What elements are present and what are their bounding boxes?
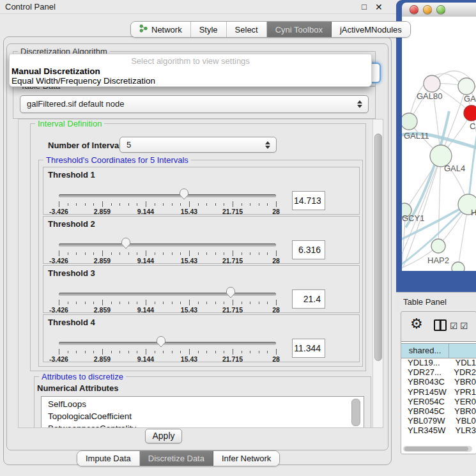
column-header-shared-name[interactable]: shared... <box>401 344 449 358</box>
close-panel-icon[interactable]: ✕ <box>375 2 383 12</box>
option-manual-discretization[interactable]: Manual Discretization <box>12 66 100 76</box>
scale-label: 9.144 <box>137 355 154 363</box>
scale-label: 15.43 <box>181 306 197 314</box>
threshold-panel-4: Threshold 4 -3.4262.8599.14415.4321.7152… <box>43 314 360 362</box>
table-toolbar: ⚙ ☑ ☑ <box>401 312 476 341</box>
cell-name: YBL0 <box>449 416 476 426</box>
table-row[interactable]: YBL079WYBL0 <box>401 416 476 426</box>
node-gal-cut[interactable] <box>458 78 475 95</box>
tab-network-label: Network <box>151 25 182 35</box>
scale-label: -3.426 <box>49 208 68 215</box>
tab-cyni-toolbox[interactable]: Cyni Toolbox <box>267 22 332 37</box>
slider-thumb-icon[interactable] <box>156 335 166 348</box>
threshold-1-slider[interactable]: -3.4262.8599.14415.4321.71528 <box>59 187 276 215</box>
table-row[interactable]: YIL052CYIL0 <box>401 436 476 438</box>
tab-style[interactable]: Style <box>191 22 227 37</box>
attribute-item[interactable]: SelfLoops <box>42 398 364 410</box>
node-red-selected[interactable] <box>464 105 476 121</box>
tab-infer-network[interactable]: Infer Network <box>213 451 279 466</box>
label-gal-cut: GA <box>464 94 476 104</box>
gear-icon[interactable]: ⚙ <box>410 316 423 332</box>
slider-thumb-icon[interactable] <box>226 286 236 298</box>
attribute-item[interactable]: BetweennessCentrality <box>42 422 364 428</box>
table-row[interactable]: YDR27...YDR2 <box>401 367 476 377</box>
threshold-4-label: Threshold 4 <box>48 318 95 327</box>
numerical-attributes-label: Numerical Attributes <box>37 383 118 393</box>
mac-minimize-icon[interactable] <box>423 5 432 14</box>
table-row[interactable]: YLR345WYLR3 <box>401 426 476 435</box>
checkbox-icon[interactable]: ☑ <box>460 321 468 331</box>
tab-select[interactable]: Select <box>227 22 267 37</box>
algorithm-dropdown-popup: Select algorithm to view settings Manual… <box>9 54 372 87</box>
attributes-group-label: Attributes to discretize <box>39 372 126 381</box>
table-data-group: Table Data galFiltered.sif default node <box>13 86 376 119</box>
cell-name: YPR1 <box>448 387 476 397</box>
network-window-titlebar[interactable] <box>402 3 476 17</box>
slider-scale-labels: -3.4262.8599.14415.4321.71528 <box>59 355 276 363</box>
cell-shared-name: YER054C <box>401 397 448 406</box>
tab-discretize-data[interactable]: Discretize Data <box>140 451 213 466</box>
table-data-value: galFiltered.sif default node <box>27 99 124 109</box>
split-panel-icon[interactable] <box>434 319 447 331</box>
cell-shared-name: YDL19... <box>401 358 449 367</box>
apply-button[interactable]: Apply <box>145 429 182 443</box>
option-equal-width-frequency[interactable]: Equal Width/Frequency Discretization <box>12 76 155 86</box>
settings-vertical-scrollbar[interactable] <box>372 119 383 427</box>
table-horizontal-scrollbar[interactable] <box>403 446 472 452</box>
mac-zoom-icon[interactable] <box>436 5 445 14</box>
table-hscrollbar-thumb[interactable] <box>404 447 468 451</box>
thresholds-group: Threshold's Coordinates for 5 Intervals … <box>38 160 363 367</box>
threshold-2-slider[interactable]: -3.4262.8599.14415.4321.71528 <box>59 236 276 264</box>
threshold-3-label: Threshold 3 <box>48 268 95 278</box>
scale-label: 9.144 <box>137 208 154 215</box>
table-panel-title: Table Panel <box>403 297 447 307</box>
table-row[interactable]: YDL19...YDL1 <box>401 358 476 367</box>
thresholds-group-label: Threshold's Coordinates for 5 Intervals <box>43 155 191 165</box>
slider-ticks <box>59 201 276 207</box>
table-data-combobox[interactable]: galFiltered.sif default node <box>20 95 369 113</box>
node-gal11[interactable] <box>402 113 417 130</box>
number-of-intervals-spinner[interactable]: 5 <box>119 137 277 153</box>
table-row[interactable]: YBR043CYBR0 <box>401 377 476 387</box>
label-gal11: GAL11 <box>404 131 429 141</box>
threshold-1-value-field[interactable] <box>292 191 325 210</box>
threshold-3-value-field[interactable] <box>292 289 325 309</box>
scale-label: -3.426 <box>49 257 68 265</box>
network-canvas[interactable]: GAL80 GA GAL11 C GAL4 GCY1 H HAP2 <box>402 17 476 271</box>
settings-scrollbar-thumb[interactable] <box>374 134 382 361</box>
float-window-icon[interactable]: □ <box>362 2 367 12</box>
column-header-name[interactable]: n <box>449 344 476 358</box>
threshold-4-value-field[interactable] <box>292 339 325 358</box>
node-gal80[interactable] <box>424 75 440 92</box>
node-hap2[interactable] <box>431 239 445 253</box>
slider-track <box>59 342 276 345</box>
checkbox-icon[interactable]: ☑ <box>450 321 458 331</box>
tab-impute-data[interactable]: Impute Data <box>77 451 140 466</box>
tab-network[interactable]: Network <box>131 22 191 37</box>
numerical-attributes-list[interactable]: SelfLoopsTopologicalCoefficientBetweenne… <box>41 396 364 428</box>
table-row[interactable]: YPR145WYPR1 <box>401 387 476 397</box>
slider-scale-labels: -3.4262.8599.14415.4321.71528 <box>59 306 276 314</box>
scale-label: 21.715 <box>222 306 243 314</box>
threshold-4-slider[interactable]: -3.4262.8599.14415.4321.71528 <box>59 334 276 362</box>
slider-thumb-icon[interactable] <box>179 188 189 200</box>
table-row[interactable]: YER054CYER0 <box>401 397 476 406</box>
scale-label: 28 <box>272 355 280 363</box>
slider-scale-labels: -3.4262.8599.14415.4321.71528 <box>59 208 276 215</box>
table-row[interactable]: YBR045CYBR0 <box>401 406 476 416</box>
cell-name: YLR3 <box>449 426 476 435</box>
scale-label: 2.859 <box>94 257 111 265</box>
threshold-2-value-field[interactable] <box>292 240 325 259</box>
cell-name: YDR2 <box>447 367 476 377</box>
threshold-2-label: Threshold 2 <box>48 219 95 229</box>
threshold-3-slider[interactable]: -3.4262.8599.14415.4321.71528 <box>59 285 276 313</box>
scale-label: 21.715 <box>222 257 243 265</box>
node-bottom-partial[interactable] <box>452 262 464 271</box>
list-scrollbar-thumb[interactable] <box>351 399 360 426</box>
scale-label: 15.43 <box>181 208 197 215</box>
mac-close-icon[interactable] <box>410 5 418 14</box>
combo-arrows-icon <box>357 100 362 108</box>
attribute-item[interactable]: TopologicalCoefficient <box>42 410 364 422</box>
slider-thumb-icon[interactable] <box>121 237 131 249</box>
tab-jactivemnodules[interactable]: jActiveMNodules <box>332 22 410 37</box>
